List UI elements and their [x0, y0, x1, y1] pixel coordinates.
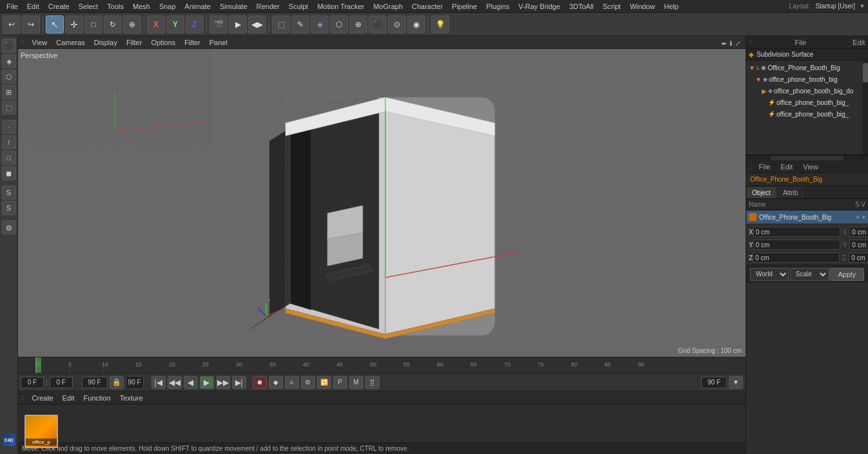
x-axis-btn[interactable]: X	[147, 15, 165, 33]
step-forward-btn[interactable]: ▶▶	[216, 376, 230, 389]
frame-range-start[interactable]	[82, 377, 108, 388]
y-axis-btn[interactable]: Y	[166, 15, 184, 33]
vp-menu-options[interactable]: Options	[147, 37, 179, 48]
select-tool-btn[interactable]: ↖	[46, 15, 64, 33]
menu-item-create[interactable]: Create	[44, 1, 73, 12]
mesh-mode-btn[interactable]: ◈	[2, 54, 16, 68]
menu-item-edit[interactable]: Edit	[23, 1, 43, 12]
model-mode-btn[interactable]: ⬛	[2, 39, 16, 53]
mat-menu-function[interactable]: Function	[80, 393, 115, 403]
menu-item-character[interactable]: Character	[408, 1, 447, 12]
move-tool-btn[interactable]: ✛	[65, 15, 83, 33]
render-region-btn[interactable]: 🎬	[209, 15, 227, 33]
scale-dropdown[interactable]: Scale	[790, 268, 829, 281]
undo-btn[interactable]: ↩	[3, 15, 21, 33]
edge-mode-btn[interactable]: /	[2, 135, 16, 149]
menu-item-mograph[interactable]: MoGraph	[369, 1, 407, 12]
object-mode-btn[interactable]: ⊞	[2, 85, 16, 99]
coord-y-input[interactable]	[753, 240, 840, 250]
menu-item-simulate[interactable]: Simulate	[216, 1, 251, 12]
obj-row-2[interactable]: ▶ ◆ office_phone_booth_big_do	[746, 85, 868, 97]
mat-menu-texture[interactable]: Texture	[116, 393, 147, 403]
coord-z-input[interactable]	[753, 252, 840, 263]
lamp-btn[interactable]: 💡	[431, 15, 449, 33]
attr-obj-vis1[interactable]: ●	[856, 214, 859, 220]
step-back-btn[interactable]: ◀◀	[168, 376, 182, 389]
render-view-btn[interactable]: ▶	[229, 15, 247, 33]
mat-menu-edit[interactable]: Edit	[59, 393, 79, 403]
attr-tab-object[interactable]: Object	[746, 187, 776, 198]
current-frame-input[interactable]	[21, 377, 44, 388]
vp-menu-display[interactable]: Display	[90, 37, 121, 48]
render-active-btn[interactable]: ◀▶	[248, 15, 266, 33]
env-btn[interactable]: ⬛	[369, 15, 387, 33]
menu-item-tools[interactable]: Tools	[103, 1, 128, 12]
texture-mode-btn[interactable]: ⬡	[2, 70, 16, 84]
menu-item-animate[interactable]: Animate	[181, 1, 215, 12]
attr-view-menu[interactable]: View	[799, 162, 822, 172]
point-mode-btn[interactable]: ·	[2, 120, 16, 134]
playback-btn[interactable]: ⚙	[301, 376, 315, 389]
record-btn[interactable]: ⏺	[253, 376, 267, 389]
menu-item-plugins[interactable]: Plugins	[482, 1, 513, 12]
menu-item-pipeline[interactable]: Pipeline	[448, 1, 481, 12]
menu-item-3dtoall[interactable]: 3DToAll	[565, 1, 597, 12]
deformer-btn[interactable]: ⬡	[330, 15, 348, 33]
menu-item-mesh[interactable]: Mesh	[129, 1, 154, 12]
loop-btn[interactable]: 🔁	[317, 376, 331, 389]
motion-path-btn[interactable]: M	[349, 376, 363, 389]
obj-row-4[interactable]: ⚡ office_phone_booth_big_	[746, 108, 868, 120]
world-dropdown[interactable]: World	[750, 268, 789, 281]
obj-panel-edit-menu[interactable]: Edit	[849, 37, 868, 48]
timeline-expand-btn[interactable]: ▼	[729, 376, 743, 389]
vp-menu-cameras[interactable]: Cameras	[52, 37, 89, 48]
menu-item-vray-bridge[interactable]: V-Ray Bridge	[515, 1, 564, 12]
spline-btn[interactable]: ✎	[291, 15, 309, 33]
dots-btn[interactable]: ⣿	[365, 376, 380, 389]
obj-tree-scrollbar[interactable]	[863, 61, 868, 155]
cube-prim-btn[interactable]: ⬚	[272, 15, 290, 33]
play-reverse-btn[interactable]: ◀	[184, 376, 198, 389]
menu-item-help[interactable]: Help	[661, 1, 683, 12]
viewport-canvas[interactable]: X Y Z Perspective Grid Spacing : 100 cm	[18, 49, 746, 357]
coord-x-input[interactable]	[753, 227, 840, 237]
sym-toggle-btn[interactable]: S	[2, 201, 16, 215]
vp-icon-max[interactable]: ⤢	[735, 40, 740, 47]
nurbs-btn[interactable]: ◈	[311, 15, 329, 33]
poly-mode-btn[interactable]: □	[2, 151, 16, 165]
obj-row-1[interactable]: ▼ ◆ office_phone_booth_big	[746, 73, 868, 85]
mat-menu-create[interactable]: Create	[28, 393, 57, 403]
coord-x2-input[interactable]	[849, 227, 868, 237]
rotate-tool-btn[interactable]: ↻	[104, 15, 122, 33]
field-btn[interactable]: ⊕	[349, 15, 367, 33]
keyframe-btn[interactable]: ◆	[269, 376, 283, 389]
menu-item-snap[interactable]: Snap	[155, 1, 180, 12]
redo-btn[interactable]: ↪	[22, 15, 40, 33]
menu-item-motion-tracker[interactable]: Motion Tracker	[313, 1, 368, 12]
timeline[interactable]: 0 5 10 15 20 25 30 35 40 45 50 55 60 65 …	[18, 357, 746, 373]
preview-btn[interactable]: P	[333, 376, 347, 389]
light-btn[interactable]: ◉	[407, 15, 425, 33]
soft-sel-btn[interactable]: ◍	[2, 220, 16, 234]
menu-item-file[interactable]: File	[3, 1, 22, 12]
camera-btn[interactable]: ⊙	[388, 15, 406, 33]
snap-toggle-btn[interactable]: S	[2, 185, 16, 200]
obj-row-0[interactable]: ▼ L ◉ Office_Phone_Booth_Big	[746, 62, 868, 73]
fps-input[interactable]	[50, 377, 73, 388]
attr-file-menu[interactable]: File	[755, 162, 775, 172]
menu-item-select[interactable]: Select	[75, 1, 102, 12]
vp-menu-filter2[interactable]: Filter	[180, 37, 204, 48]
go-start-btn[interactable]: |◀	[151, 376, 166, 389]
attr-obj-vis2[interactable]: ●	[862, 214, 865, 220]
frame-lock-btn[interactable]: 🔒	[110, 376, 124, 389]
obj-tree-scrollbar-thumb[interactable]	[863, 63, 868, 82]
go-end-btn[interactable]: ▶|	[232, 376, 246, 389]
attr-tab-attrib[interactable]: Attrib	[777, 187, 804, 198]
workplane-btn[interactable]: ⬚	[2, 100, 16, 115]
vp-icon-arrows[interactable]: ⬌	[721, 40, 726, 47]
uvw-mode-btn[interactable]: ◼	[2, 166, 16, 180]
play-btn[interactable]: ▶	[200, 376, 214, 389]
vp-menu-filter[interactable]: Filter	[122, 37, 146, 48]
vp-menu-view[interactable]: View	[28, 37, 52, 48]
scale-tool-btn[interactable]: □	[84, 15, 102, 33]
